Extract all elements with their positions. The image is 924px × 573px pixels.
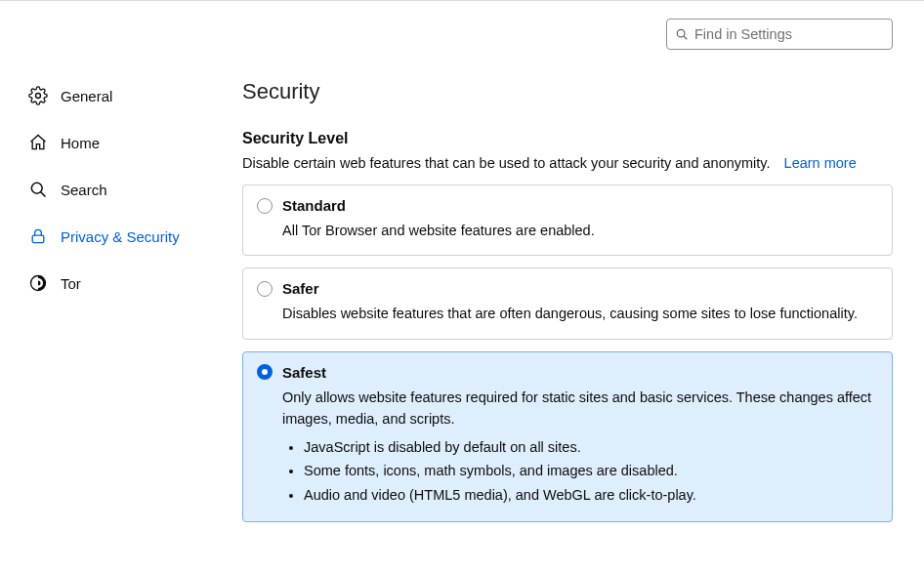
radio-safer[interactable]: [257, 281, 273, 297]
sidebar-item-label: Search: [61, 182, 107, 198]
search-icon: [675, 27, 689, 41]
search-icon: [27, 179, 49, 200]
home-icon: [27, 132, 49, 153]
sidebar-item-privacy-security[interactable]: Privacy & Security: [21, 218, 213, 255]
section-title: Security Level: [242, 130, 893, 147]
sidebar: General Home Search: [0, 1, 213, 573]
option-desc: Disables website features that are often…: [257, 303, 878, 324]
svg-point-1: [31, 183, 42, 193]
security-option-safer[interactable]: Safer Disables website features that are…: [242, 267, 893, 339]
option-desc: Only allows website features required fo…: [282, 387, 878, 430]
option-name: Safest: [282, 364, 326, 381]
svg-line-2: [41, 192, 46, 197]
sidebar-item-label: Privacy & Security: [61, 228, 180, 245]
radio-safest[interactable]: [257, 364, 273, 380]
section-desc: Disable certain web features that can be…: [242, 155, 893, 171]
svg-point-5: [677, 29, 685, 37]
security-option-safest[interactable]: Safest Only allows website features requ…: [242, 351, 893, 522]
svg-rect-3: [32, 235, 44, 243]
search-box[interactable]: [666, 19, 893, 50]
sidebar-item-home[interactable]: Home: [21, 124, 213, 161]
sidebar-item-label: Tor: [61, 275, 81, 292]
sidebar-item-label: Home: [61, 135, 100, 151]
sidebar-item-label: General: [61, 88, 112, 104]
option-bullet: JavaScript is disabled by default on all…: [304, 436, 878, 458]
tor-icon: [27, 272, 49, 294]
option-bullet: Audio and video (HTML5 media), and WebGL…: [304, 484, 878, 506]
option-bullet: Some fonts, icons, math symbols, and ima…: [304, 460, 878, 481]
svg-line-6: [684, 36, 687, 39]
option-name: Safer: [282, 280, 319, 297]
option-name: Standard: [282, 197, 346, 214]
gear-icon: [27, 85, 49, 106]
main-content: Security Security Level Disable certain …: [213, 1, 924, 573]
page-title: Security: [242, 79, 893, 104]
svg-point-0: [36, 94, 41, 99]
security-option-standard[interactable]: Standard All Tor Browser and website fea…: [242, 184, 893, 256]
option-bullet-list: JavaScript is disabled by default on all…: [282, 436, 878, 506]
learn-more-link[interactable]: Learn more: [784, 155, 857, 171]
option-desc: All Tor Browser and website features are…: [257, 220, 878, 241]
sidebar-item-tor[interactable]: Tor: [21, 265, 213, 302]
radio-standard[interactable]: [257, 198, 273, 214]
search-input[interactable]: [694, 26, 884, 42]
sidebar-item-general[interactable]: General: [21, 77, 213, 114]
lock-icon: [27, 225, 49, 247]
section-desc-text: Disable certain web features that can be…: [242, 155, 771, 171]
sidebar-item-search[interactable]: Search: [21, 171, 213, 208]
